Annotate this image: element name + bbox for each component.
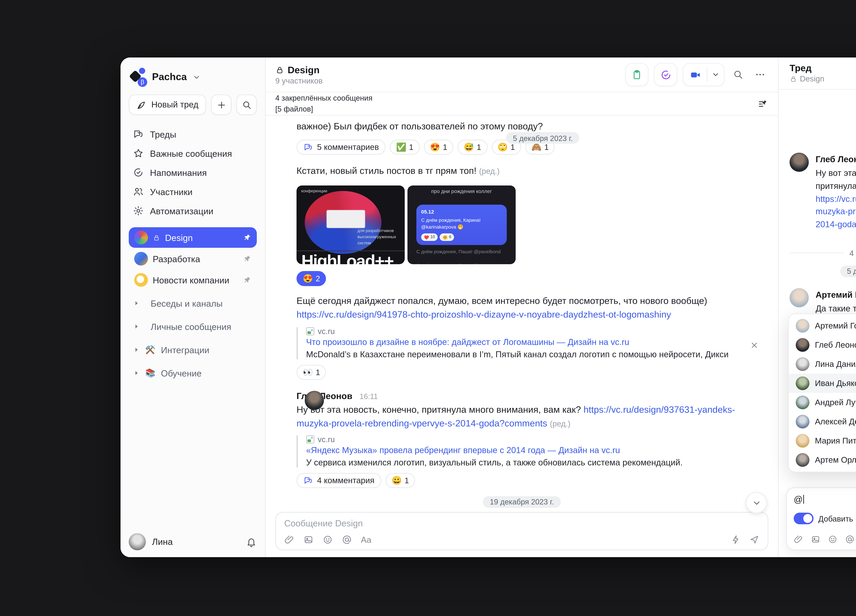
threads-icon — [303, 143, 313, 152]
composer-input[interactable]: @ — [794, 494, 856, 504]
sidebar-item-members[interactable]: Участники — [129, 182, 257, 201]
beta-badge: β — [138, 77, 147, 87]
sidebar-section[interactable]: 📚 Обучение — [129, 363, 257, 383]
sidebar-channel[interactable]: Разработка — [129, 249, 257, 269]
avatar[interactable] — [305, 391, 324, 410]
pinned-list-icon[interactable] — [757, 98, 768, 109]
image-attachment-birthdays[interactable]: про дни рождения коллег 05.12 С днём рож… — [408, 185, 516, 264]
reaction-chip-own[interactable]: 😍 2 — [297, 271, 326, 286]
mention-icon[interactable] — [845, 535, 854, 544]
video-call-split-button[interactable] — [683, 63, 725, 86]
sidebar-section[interactable]: Личные сообщения — [129, 316, 257, 337]
sidebar-channel[interactable]: Новости компании — [129, 270, 257, 290]
message-link[interactable]: https://vc.ru/design/941978-chto-proizos… — [297, 309, 671, 320]
mention-item[interactable]: Алексей Демьяненко @alexdem — [789, 412, 856, 431]
sidebar-item-automations[interactable]: Автоматизации — [129, 201, 257, 220]
thread-composer[interactable]: @ Добавить @упоминаемых в тред — [786, 487, 856, 550]
reaction-emoji: 😍 — [430, 143, 440, 152]
more-options-icon[interactable] — [752, 69, 768, 80]
user-avatar[interactable] — [129, 533, 146, 550]
image-caption: конференции — [301, 189, 327, 193]
channel-avatar — [134, 273, 148, 287]
pinned-messages-bar[interactable]: 4 закреплённых сообщения [5 файлов] — [266, 92, 778, 116]
mention-item[interactable]: Артемий Гончаров @artemy — [789, 316, 856, 335]
new-thread-button[interactable]: Новый тред — [129, 94, 206, 115]
link-preview-card[interactable]: vc.ru «Яндекс Музыка» провела ребрендинг… — [297, 435, 735, 467]
mention-item[interactable]: Мария Питателева @pitatelevam — [789, 431, 856, 450]
reaction-count: 1 — [511, 143, 515, 151]
image-icon[interactable] — [811, 535, 821, 544]
comments-button[interactable]: 5 комментариев — [297, 140, 386, 155]
toggle-switch[interactable] — [794, 513, 814, 524]
sidebar-item-reminders[interactable]: Напоминания — [129, 163, 257, 182]
mention-item[interactable]: Лина Данилова @lina3 — [789, 355, 856, 374]
avatar — [796, 434, 810, 448]
add-button[interactable] — [211, 94, 231, 115]
send-icon[interactable] — [749, 535, 759, 545]
chevron-down-icon — [192, 73, 200, 81]
clipped-message-text: важное) Был фидбек от пользователей по э… — [297, 120, 742, 134]
chevron-down-icon[interactable] — [707, 71, 724, 79]
sidebar-channel[interactable]: Design — [129, 227, 257, 248]
sidebar-item-threads[interactable]: Треды — [129, 124, 257, 144]
reaction-chip[interactable]: 😀 1 — [385, 473, 415, 488]
scroll-to-bottom-button[interactable] — [746, 492, 767, 513]
mention-name: Алексей Демьяненко — [815, 417, 856, 426]
image-caption: для разработчиков высоконагруженных сист… — [357, 227, 400, 246]
reaction-chip[interactable]: ✅ 1 — [390, 140, 420, 155]
image-caption: про дни рождения коллег — [408, 188, 516, 195]
reaction-count: 1 — [316, 368, 320, 376]
message-composer[interactable]: Сообщение Design Aa — [275, 512, 768, 550]
author-name[interactable]: Артемий Гончаров — [816, 290, 856, 300]
link-preview-card[interactable]: vc.ru Что произошло в дизайне в ноябре: … — [297, 327, 735, 359]
comments-button[interactable]: 4 комментария — [297, 473, 381, 488]
search-icon[interactable] — [730, 69, 747, 80]
sidebar-section[interactable]: ⚒️ Интеграции — [129, 339, 257, 360]
avatar[interactable] — [790, 153, 809, 172]
mention-item[interactable]: Артем Орлов @artemidium — [789, 450, 856, 470]
shortcuts-icon[interactable] — [731, 535, 741, 545]
reaction-chip[interactable]: 😅 1 — [457, 140, 487, 155]
format-icon[interactable]: Aa — [361, 535, 371, 544]
thread-panel: Тред Design — [778, 57, 856, 557]
bell-icon[interactable] — [246, 536, 257, 547]
sidebar-item-important[interactable]: Важные сообщения — [129, 144, 257, 163]
participants-count: 9 участников — [275, 77, 625, 85]
attach-icon[interactable] — [284, 535, 294, 545]
emoji-icon[interactable] — [828, 535, 838, 544]
reaction-chip[interactable]: 👀 1 — [297, 365, 326, 380]
close-icon[interactable] — [750, 341, 759, 350]
preview-title-link[interactable]: Что произошло в дизайне в ноябре: дайдже… — [306, 338, 629, 347]
done-tasks-button[interactable] — [654, 63, 677, 86]
message-text: Ещё сегодня дайджест попался, думаю, все… — [297, 294, 742, 308]
attach-icon[interactable] — [794, 535, 803, 544]
emoji-icon[interactable] — [323, 535, 333, 545]
pinned-channels: Design Разработка — [129, 227, 257, 290]
message-feed[interactable]: важное) Был фидбек от пользователей по э… — [266, 116, 778, 508]
search-button[interactable] — [236, 94, 257, 115]
site-name: vc.ru — [318, 327, 335, 335]
workspace-switcher[interactable]: β Pachca — [129, 66, 257, 88]
image-attachment-highload[interactable]: конференции для разработчиков высоконагр… — [297, 185, 405, 264]
video-camera-icon[interactable] — [684, 69, 707, 80]
quill-icon — [136, 100, 146, 110]
mention-item[interactable]: Андрей Лучицкий @lucitskii — [789, 393, 856, 412]
sidebar-section[interactable]: Беседы и каналы — [129, 293, 257, 313]
chevron-right-icon — [133, 370, 140, 376]
reaction-emoji: 😀 — [391, 475, 402, 485]
thread-root-message: Глеб Леонов 05.12.2023, 16:11 Ну вот эта… — [790, 153, 856, 231]
tasks-button[interactable] — [625, 63, 648, 86]
mention-item[interactable]: Глеб Леонов @gleb_leonov — [789, 335, 856, 355]
reaction-chip[interactable]: 😍 1 — [424, 140, 454, 155]
message-link[interactable]: https://vc.ru/design/937631-yandeks-muzy… — [816, 194, 856, 229]
sidebar-item-label: Важные сообщения — [150, 148, 232, 158]
image-icon[interactable] — [303, 535, 314, 545]
preview-title-link[interactable]: «Яндекс Музыка» провела ребрендинг вперв… — [306, 445, 620, 455]
author-name[interactable]: Глеб Леонов — [816, 155, 856, 164]
avatar[interactable] — [790, 288, 809, 307]
mention-item[interactable]: Иван Дьяконов @ivd111 — [789, 374, 856, 393]
section-label: Личные сообщения — [151, 321, 231, 332]
mention-icon[interactable] — [342, 535, 352, 545]
channel-label: Новости компании — [153, 275, 238, 285]
avatar — [796, 415, 810, 429]
